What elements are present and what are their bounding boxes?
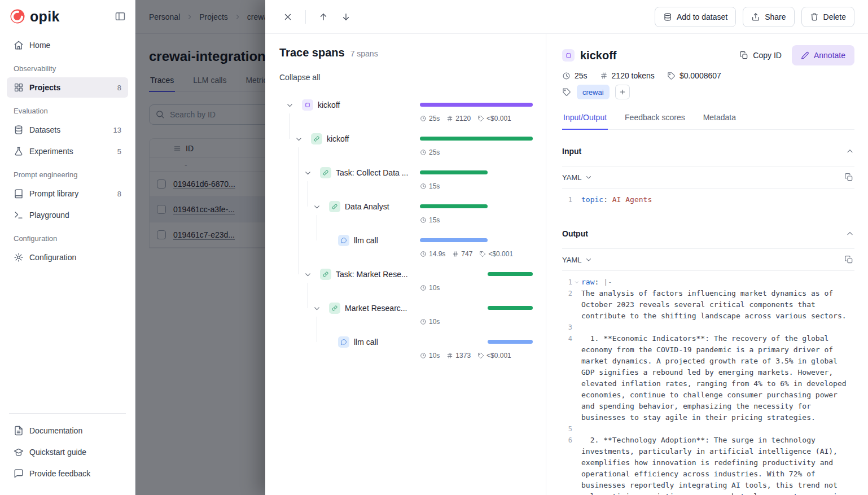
tab-input-output[interactable]: Input/Output (562, 113, 608, 129)
span-row[interactable]: Market Researc...10s (279, 299, 532, 332)
previous-trace-button[interactable] (316, 10, 331, 24)
sidebar-item-label: Projects (29, 83, 60, 92)
span-timeline (420, 332, 533, 352)
input-section-header[interactable]: Input (562, 137, 854, 166)
clock-icon (420, 318, 427, 325)
delete-button[interactable]: Delete (801, 7, 854, 27)
link-icon (320, 269, 331, 280)
code-text (581, 423, 854, 435)
expand-toggle[interactable] (303, 168, 312, 177)
sidebar-item-experiments[interactable]: Experiments5 (7, 141, 128, 161)
logo-wordmark: opik (30, 8, 60, 25)
sidebar-item-provide-feedback[interactable]: Provide feedback (7, 463, 128, 484)
expand-toggle[interactable] (303, 270, 312, 279)
share-button[interactable]: Share (743, 7, 794, 27)
sidebar-item-projects[interactable]: Projects8 (7, 77, 128, 98)
trash-icon (810, 12, 819, 21)
sidebar-item-datasets[interactable]: Datasets13 (7, 120, 128, 140)
chevron-down-icon (295, 135, 303, 143)
copy-output-button[interactable] (843, 254, 854, 265)
tag-icon (477, 352, 484, 359)
span-timeline (420, 265, 533, 284)
tree-guide-line (290, 113, 290, 139)
tab-feedback-scores[interactable]: Feedback scores (624, 113, 686, 129)
collapse-sidebar-button[interactable] (115, 11, 126, 22)
chevron-down-icon (574, 279, 580, 285)
fold-spacer (572, 423, 581, 435)
logo-row: opik (0, 0, 135, 33)
code-line: 4 1. **Economic Indicators**: The recove… (562, 333, 854, 423)
span-row[interactable]: Task: Market Rese...10s (279, 265, 532, 299)
chat-icon (338, 336, 349, 348)
sidebar-item-label: Prompt library (29, 189, 78, 198)
input-format-select[interactable]: YAML (562, 173, 593, 182)
span-name: llm call (354, 236, 378, 245)
code-text: 2. **Technology Adoption**: The surge in… (581, 435, 854, 495)
pencil-icon (801, 51, 809, 60)
tag-chip[interactable]: crewai (577, 85, 610, 99)
chevron-spacer (321, 236, 330, 245)
tree-guide-line (317, 317, 317, 342)
button-label: Delete (823, 12, 846, 21)
clock-icon (420, 149, 427, 156)
trace-spans-panel: Trace spans 7 spans Collapse all kickoff… (265, 34, 546, 495)
tab-metadata[interactable]: Metadata (702, 113, 737, 129)
span-row[interactable]: llm call14.9s747<$0.001 (279, 231, 532, 265)
output-section-header[interactable]: Output (562, 219, 854, 248)
add-to-dataset-button[interactable]: Add to dataset (655, 7, 736, 27)
spans-panel-title: Trace spans (279, 46, 345, 59)
sidebar-item-configuration[interactable]: Configuration (7, 247, 128, 268)
line-number: 4 (562, 333, 572, 423)
duration-value: 25s (575, 71, 588, 80)
expand-toggle[interactable] (312, 202, 321, 211)
annotate-button[interactable]: Annotate (792, 45, 854, 65)
chevron-down-icon (304, 169, 312, 177)
collapse-all-button[interactable]: Collapse all (279, 73, 320, 82)
datasets-icon (14, 125, 24, 135)
span-name: Data Analyst (345, 202, 389, 211)
button-label: Share (765, 12, 786, 21)
sidebar-item-prompt-library[interactable]: Prompt library8 (7, 183, 128, 204)
expand-toggle[interactable] (312, 304, 321, 313)
chevron-up-icon[interactable] (845, 147, 854, 156)
span-timeline (420, 163, 533, 182)
price-tag-icon (667, 72, 676, 80)
nav-section-label: Evaluation (7, 107, 128, 115)
span-row[interactable]: kickoff25s2120<$0.001 (279, 95, 532, 129)
copy-id-button[interactable]: Copy ID (733, 45, 788, 65)
copy-input-button[interactable] (843, 172, 854, 183)
add-tag-button[interactable] (615, 85, 630, 99)
output-format-select[interactable]: YAML (562, 256, 593, 264)
tree-guide-line (299, 147, 299, 274)
tree-guide-line (317, 215, 317, 240)
clock-icon (420, 115, 427, 122)
chevron-spacer (321, 338, 330, 347)
expand-toggle[interactable] (285, 100, 294, 109)
expand-toggle[interactable] (294, 134, 303, 143)
close-drawer-button[interactable] (280, 10, 295, 24)
span-row[interactable]: llm call10s1373<$0.001 (279, 332, 532, 366)
span-row[interactable]: Data Analyst15s (279, 197, 532, 231)
fold-spacer (572, 288, 581, 322)
sidebar-item-count: 8 (117, 190, 121, 198)
fold-toggle[interactable] (572, 277, 581, 288)
span-row[interactable]: kickoff25s (279, 129, 532, 163)
sidebar-item-home[interactable]: Home (7, 35, 128, 55)
detail-header: kickoff Copy ID Annotate (562, 45, 854, 65)
chevron-up-icon[interactable] (845, 229, 854, 238)
tree-guide-line (308, 283, 308, 308)
span-timeline (420, 231, 533, 250)
detail-actions: Copy ID Annotate (733, 45, 854, 65)
next-trace-button[interactable] (339, 10, 353, 24)
sidebar-item-documentation[interactable]: Documentation (7, 420, 128, 441)
square-icon (565, 52, 572, 59)
trace-icon (562, 49, 575, 62)
trace-drawer: Add to dataset Share Delete Trace spans … (265, 0, 868, 495)
line-number: 2 (562, 288, 572, 322)
chevron-down-icon (585, 256, 593, 264)
doc-icon (14, 426, 24, 436)
chevron-down-icon (585, 173, 593, 181)
span-row[interactable]: Task: Collect Data ...15s (279, 163, 532, 197)
sidebar-item-quickstart-guide[interactable]: Quickstart guide (7, 442, 128, 462)
sidebar-item-playground[interactable]: Playground (7, 205, 128, 225)
